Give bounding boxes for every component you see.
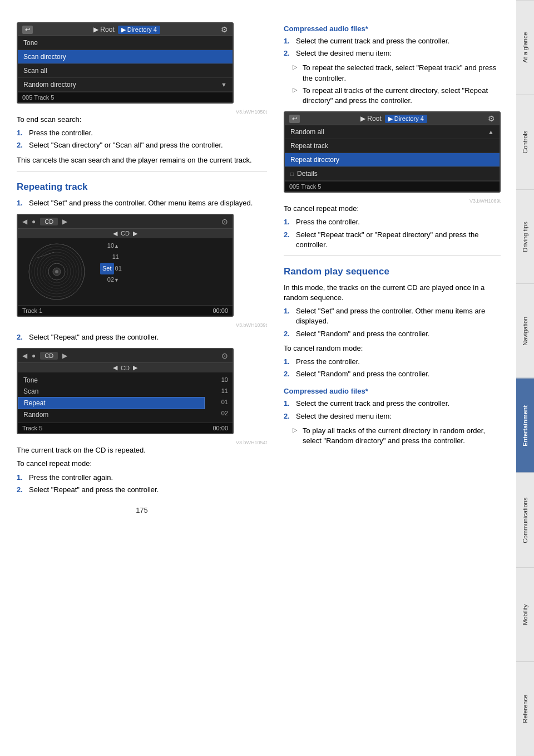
cd-menu-items: Tone Scan Repeat Random — [18, 372, 205, 423]
left-column: ↩ ▶ Root ▶ Directory 4 ⚙ Tone Scan direc… — [17, 17, 267, 739]
cd-content-rows-1: 10▲ 11 Set01 02▼ — [18, 238, 233, 305]
cd-prev-icon-2: ◀ — [22, 352, 27, 360]
gear-icon-4: ⚙ — [488, 114, 495, 123]
compressed2-subitem-1: ▷ To play all tracks of the current dire… — [293, 426, 501, 446]
svg-line-10 — [37, 252, 54, 258]
random-cancel-steps: 1. Press the controller. 2. Select "Rand… — [284, 357, 501, 379]
scan-steps-list: 1. Press the controller. 2. Select "Scan… — [17, 128, 267, 150]
sidebar-tab-at-a-glance[interactable]: At a glance — [516, 0, 534, 95]
cd-bar-nav-2: ◀ CD ▶ — [18, 363, 233, 372]
repeat-step2-list: 2. Select "Repeat" and press the control… — [17, 332, 267, 342]
cd-nav-prev: ◀ — [113, 230, 117, 237]
gear-icon-3: ⊙ — [221, 351, 228, 360]
repeat-dir-badge: ▶ Directory 4 — [385, 115, 427, 123]
random-cancel-step-2: 2. Select "Random" and press the control… — [284, 369, 501, 379]
sidebar-tab-mobility[interactable]: Mobility — [516, 567, 534, 662]
repeat-dir-screen: ↩ ▶ Root ▶ Directory 4 ⚙ Random all ▲ Re… — [284, 111, 501, 193]
compressed2-subitems: ▷ To play all tracks of the current dire… — [293, 426, 501, 446]
sidebar-tab-controls[interactable]: Controls — [516, 95, 534, 189]
cd-track-numbers-1: 10▲ 11 Set01 02▼ — [96, 238, 123, 305]
compressed2-steps: 1. Select the current track and press th… — [284, 399, 501, 421]
repeat-root-label: ▶ Root — [360, 115, 382, 122]
scan-directory-label: Scan directory — [23, 53, 66, 61]
cd-nav-next-2: ▶ — [133, 364, 137, 371]
cancel-step-2: 2. Select "Repeat" and press the control… — [17, 485, 267, 495]
cd-next-icon: ▶ — [62, 218, 67, 225]
cd-disc-icon: ● — [32, 218, 36, 225]
repeat-dir-header: ↩ ▶ Root ▶ Directory 4 ⚙ — [285, 112, 500, 125]
cd-prev-icon: ◀ — [22, 218, 27, 225]
watermark-4: V3.bWH1069t — [284, 198, 501, 204]
cancel-repeat-right-steps: 1. Press the controller. 2. Select "Repe… — [284, 217, 501, 250]
cd-menu-repeat: Repeat — [18, 397, 205, 409]
sidebar-tab-navigation[interactable]: Navigation — [516, 283, 534, 378]
cd-menu-random: Random — [18, 409, 205, 420]
back-button-2[interactable]: ↩ — [289, 115, 300, 123]
random-cancel-step-1: 1. Press the controller. — [284, 357, 501, 367]
cd-footer-2: Track 5 00:00 — [18, 423, 233, 433]
scan-step-1: 1. Press the controller. — [17, 128, 267, 138]
disc-visual — [26, 241, 87, 302]
cd-content-rows-2: Tone Scan Repeat Random 10 11 01 02 — [18, 372, 233, 423]
track-label-2: Track 5 — [22, 425, 42, 431]
cd-footer-1: Track 1 00:00 — [18, 305, 233, 316]
breadcrumb-nav: ▶ Root ▶ Directory 4 — [93, 26, 160, 34]
repeat-step-2: 2. Select "Repeat" and press the control… — [17, 332, 267, 342]
cd-label-1: CD — [40, 218, 58, 225]
back-button[interactable]: ↩ — [22, 26, 33, 34]
compressed-heading-1: Compressed audio files* — [284, 24, 501, 33]
random-all-label: Random all — [290, 128, 324, 136]
cd-nav-next: ▶ — [133, 230, 137, 237]
sidebar-tab-entertainment[interactable]: Entertainment — [516, 378, 534, 473]
track-label-1: Track 1 — [22, 307, 42, 314]
repeat-step-1: 1. Select "Set" and press the controller… — [17, 198, 267, 208]
track-label: 005 Track 5 — [22, 94, 54, 101]
sidebar-tab-communications[interactable]: Communications — [516, 473, 534, 567]
compressed1-step-2: 2. Select the desired menu item: — [284, 48, 501, 58]
scan-step-2: 2. Select "Scan directory" or "Scan all"… — [17, 140, 267, 150]
dir-item-tone: Tone — [18, 36, 233, 50]
dir-item-repeat-track: Repeat track — [285, 139, 500, 153]
random-directory-label: Random directory — [23, 81, 76, 89]
sidebar-tab-reference[interactable]: Reference — [516, 661, 534, 756]
sidebar-tab-driving-tips[interactable]: Driving tips — [516, 189, 534, 284]
random-step-1: 1. Select "Set" and press the controller… — [284, 306, 501, 326]
compressed1-subitem-2: ▷ To repeat all tracks of the current di… — [293, 86, 501, 106]
compressed1-subitem-1: ▷ To repeat the selected track, select "… — [293, 63, 501, 83]
cancel-repeat-right-intro: To cancel repeat mode: — [284, 204, 501, 214]
cancel-step-1: 1. Press the controller again. — [17, 473, 267, 483]
compressed1-steps: 1. Select the current track and press th… — [284, 36, 501, 58]
scan-all-label: Scan all — [23, 67, 47, 75]
gear-icon-2: ⊙ — [221, 217, 228, 226]
cancel-repeat-steps: 1. Press the controller again. 2. Select… — [17, 473, 267, 495]
dir-badge: ▶ Directory 4 — [118, 26, 160, 34]
random-cancel-intro: To cancel random mode: — [284, 343, 501, 354]
cd-disc-icon-2: ● — [32, 352, 36, 360]
dir-item-scan-all: Scan all — [18, 64, 233, 78]
random-intro-text: In this mode, the tracks on the current … — [284, 283, 501, 303]
page-number: 175 — [17, 506, 267, 514]
dir-item-repeat-directory: Repeat directory — [285, 153, 500, 167]
cancel-repeat-intro: To cancel repeat mode: — [17, 459, 267, 469]
section-divider — [17, 171, 267, 171]
right-column: Compressed audio files* 1. Select the cu… — [284, 17, 501, 739]
scan-intro-text: To end scan search: — [17, 115, 267, 125]
compressed1-subitems: ▷ To repeat the selected track, select "… — [293, 63, 501, 106]
dir-item-details: □ Details — [285, 167, 500, 181]
screen-header: ↩ ▶ Root ▶ Directory 4 ⚙ — [18, 23, 233, 36]
repeat-track-footer: 005 Track 5 — [289, 183, 321, 190]
random-steps-list: 1. Select "Set" and press the controller… — [284, 306, 501, 339]
cd-nav-label: CD — [121, 230, 130, 237]
cd-nav-label-2: CD — [121, 365, 130, 371]
scan-note-text: This cancels the scan search and the pla… — [17, 155, 267, 165]
cd-bar-header-1: ◀ ● CD ▶ ⊙ — [18, 215, 233, 229]
dir-item-scan-directory: Scan directory — [18, 50, 233, 64]
random-step-2: 2. Select "Random" and press the control… — [284, 329, 501, 339]
cd-bar-header-2: ◀ ● CD ▶ ⊙ — [18, 349, 233, 363]
cd-bar-nav-1: ◀ CD ▶ — [18, 229, 233, 238]
root-label: ▶ Root — [93, 26, 115, 33]
dir-item-random-directory: Random directory ▼ — [18, 78, 233, 92]
details-label: Details — [297, 170, 318, 178]
time-label-1: 00:00 — [212, 307, 228, 314]
cd-disc-area — [18, 238, 96, 305]
